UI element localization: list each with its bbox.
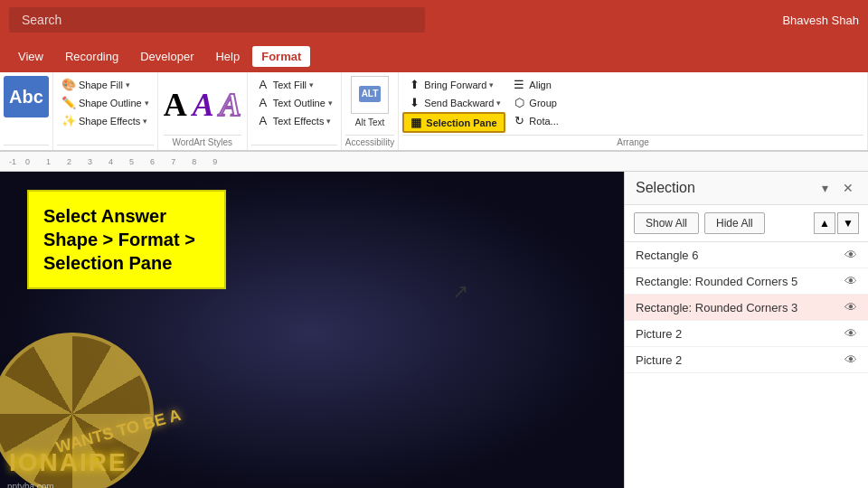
eye-icon-1[interactable]: 👁 xyxy=(844,274,857,288)
accessibility-group: ALT Alt Text Accessibility xyxy=(342,72,399,150)
pane-item-selected[interactable]: Rectangle: Rounded Corners 3 👁 xyxy=(625,295,868,321)
pane-item-label-selected: Rectangle: Rounded Corners 3 xyxy=(636,301,844,314)
shape-styles-group: 🎨 Shape Fill ▾ ✏️ Shape Outline ▾ ✨ Shap… xyxy=(53,72,158,150)
title-bar: Bhavesh Shah xyxy=(0,0,868,40)
insert-shape-group: Abc xyxy=(0,72,53,150)
eye-icon-0[interactable]: 👁 xyxy=(844,248,857,262)
selection-pane-icon: ▦ xyxy=(409,116,423,129)
order-down-btn[interactable]: ▼ xyxy=(837,212,859,234)
arrange-group: ⬆ Bring Forward ▾ ⬇ Send Backward ▾ ▦ Se… xyxy=(399,72,868,150)
text-effects-caret: ▾ xyxy=(326,117,331,126)
wordart-samples-group: A A A WordArt Styles xyxy=(158,72,248,150)
svg-text:ALT: ALT xyxy=(362,89,379,99)
text-outline-caret: ▾ xyxy=(328,99,333,108)
wordart-sample-outline[interactable]: A xyxy=(220,89,241,121)
eye-icon-3[interactable]: 👁 xyxy=(844,326,857,341)
text-outline-button[interactable]: A Text Outline ▾ xyxy=(251,94,337,111)
text-effects-label xyxy=(251,145,337,150)
group-button[interactable]: ⬡ Group xyxy=(507,94,562,111)
menu-help[interactable]: Help xyxy=(206,46,249,67)
bring-forward-button[interactable]: ⬆ Bring Forward ▾ xyxy=(402,76,505,93)
text-fill-icon: A xyxy=(256,78,270,91)
bring-forward-icon: ⬆ xyxy=(407,78,421,91)
menu-developer[interactable]: Developer xyxy=(131,46,203,67)
shape-effects-icon: ✨ xyxy=(61,114,76,127)
alt-text-label: Alt Text xyxy=(355,117,385,127)
text-fill-button[interactable]: A Text Fill ▾ xyxy=(251,76,337,93)
arrange-label: Arrange xyxy=(402,135,863,150)
selection-pane-button[interactable]: ▦ Selection Pane xyxy=(402,112,505,133)
shape-styles-label xyxy=(57,145,154,150)
url-label: pptvba.com xyxy=(7,482,54,488)
pane-item[interactable]: Picture 2 👁 xyxy=(625,321,868,347)
pane-item-label: Picture 2 xyxy=(636,353,844,367)
rotate-button[interactable]: ↻ Rota... xyxy=(507,112,562,129)
alt-text-icon: ALT xyxy=(357,82,382,108)
order-buttons: ▲ ▼ xyxy=(814,212,859,234)
insert-shape-label xyxy=(4,145,49,150)
hide-all-button[interactable]: Hide All xyxy=(704,212,765,234)
shape-effects-button[interactable]: ✨ Shape Effects ▾ xyxy=(57,112,154,129)
ruler: -1 0 1 2 3 4 5 6 7 8 9 xyxy=(0,152,868,172)
main-area: WANTS TO BE A IONAIRE Select Answer Shap… xyxy=(0,172,868,488)
text-fill-caret: ▾ xyxy=(309,80,314,89)
shape-fill-button[interactable]: 🎨 Shape Fill ▾ xyxy=(57,76,154,93)
pane-title: Selection xyxy=(636,180,816,196)
abc-button[interactable]: Abc xyxy=(4,76,49,117)
pane-item-label: Rectangle: Rounded Corners 5 xyxy=(636,275,844,288)
align-button[interactable]: ☰ Align xyxy=(507,76,562,93)
eye-icon-4[interactable]: 👁 xyxy=(844,352,857,367)
accessibility-label: Accessibility xyxy=(345,135,394,150)
show-all-button[interactable]: Show All xyxy=(634,212,699,234)
search-input[interactable] xyxy=(9,7,425,33)
username-label: Bhavesh Shah xyxy=(782,14,859,27)
menu-recording[interactable]: Recording xyxy=(56,46,127,67)
text-effects-group: A Text Fill ▾ A Text Outline ▾ A Text Ef… xyxy=(248,72,342,150)
selection-pane: Selection ▾ ✕ Show All Hide All ▲ ▼ Rect… xyxy=(624,172,868,488)
shape-outline-icon: ✏️ xyxy=(61,96,76,109)
eye-icon-2[interactable]: 👁 xyxy=(844,300,857,314)
pane-item-label: Rectangle 6 xyxy=(636,249,844,262)
pane-item[interactable]: Rectangle 6 👁 xyxy=(625,242,868,268)
text-effects-button[interactable]: A Text Effects ▾ xyxy=(251,112,337,129)
group-icon: ⬡ xyxy=(512,96,526,109)
wordart-sample-purple[interactable]: A xyxy=(193,89,214,121)
text-outline-icon: A xyxy=(256,96,270,109)
slide-area: WANTS TO BE A IONAIRE Select Answer Shap… xyxy=(0,172,624,488)
pane-header: Selection ▾ ✕ xyxy=(625,172,868,205)
pane-item-label: Picture 2 xyxy=(636,327,844,341)
menu-view[interactable]: View xyxy=(9,46,52,67)
shape-fill-icon: 🎨 xyxy=(61,78,76,91)
pane-close-btn[interactable]: ✕ xyxy=(839,179,857,197)
pane-list: Rectangle 6 👁 Rectangle: Rounded Corners… xyxy=(625,242,868,488)
ionaire-text: IONAIRE xyxy=(9,448,127,477)
alt-text-button[interactable]: ALT xyxy=(351,76,389,114)
pane-actions: Show All Hide All ▲ ▼ xyxy=(625,205,868,242)
send-backward-icon: ⬇ xyxy=(407,96,421,109)
shape-fill-caret: ▾ xyxy=(126,80,130,89)
pane-controls: ▾ ✕ xyxy=(816,179,857,197)
pane-item[interactable]: Picture 2 👁 xyxy=(625,347,868,373)
ribbon: Abc 🎨 Shape Fill ▾ ✏️ Shape Outline ▾ ✨ … xyxy=(0,72,868,152)
pane-collapse-btn[interactable]: ▾ xyxy=(816,179,834,197)
callout-box: Select Answer Shape > Format > Selection… xyxy=(27,190,226,289)
send-backward-button[interactable]: ⬇ Send Backward ▾ xyxy=(402,94,505,111)
rotate-icon: ↻ xyxy=(512,114,526,127)
text-effects-icon: A xyxy=(256,114,270,127)
pane-item[interactable]: Rectangle: Rounded Corners 5 👁 xyxy=(625,268,868,295)
align-icon: ☰ xyxy=(512,78,526,91)
order-up-btn[interactable]: ▲ xyxy=(814,212,835,234)
wordart-label: WordArt Styles xyxy=(164,135,241,150)
shape-effects-caret: ▾ xyxy=(143,117,147,126)
shape-outline-button[interactable]: ✏️ Shape Outline ▾ xyxy=(57,94,154,111)
menu-format[interactable]: Format xyxy=(252,46,310,67)
callout-text: Select Answer Shape > Format > Selection… xyxy=(43,204,210,275)
wordart-sample-black[interactable]: A xyxy=(164,89,187,121)
menu-bar: View Recording Developer Help Format xyxy=(0,40,868,72)
shape-outline-caret: ▾ xyxy=(145,99,149,108)
